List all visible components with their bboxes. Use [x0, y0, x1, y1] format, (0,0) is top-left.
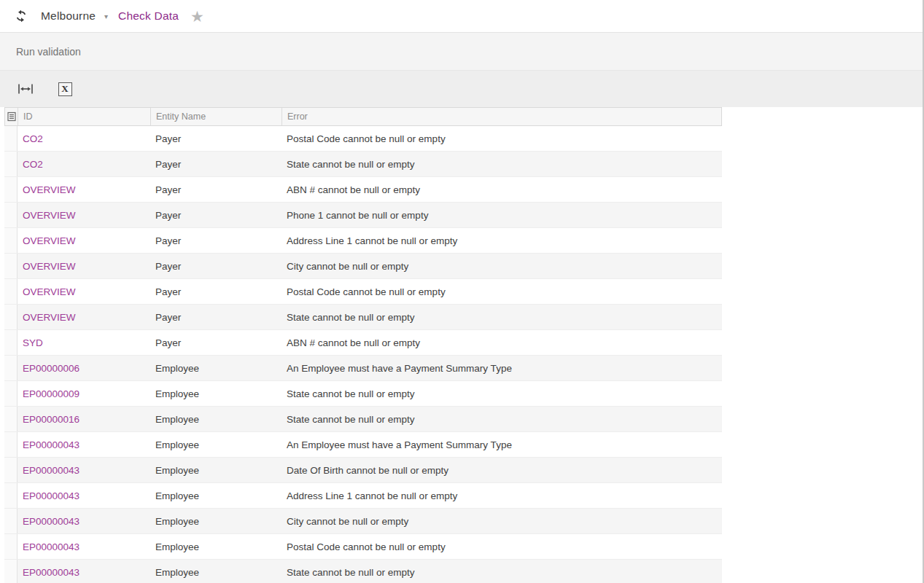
column-config-icon[interactable] [5, 108, 18, 125]
row-id-link[interactable]: CO2 [23, 133, 43, 144]
cell-entity-name: Payer [150, 279, 282, 304]
cell-error: State cannot be null or empty [282, 560, 722, 583]
row-selector-cell[interactable] [4, 432, 18, 457]
row-selector-cell[interactable] [4, 407, 18, 431]
cell-entity-name: Employee [150, 534, 282, 559]
row-selector-cell[interactable] [4, 560, 18, 583]
row-selector-cell[interactable] [4, 279, 18, 304]
row-selector-cell[interactable] [4, 330, 18, 355]
cell-id: EP00000043 [18, 560, 150, 583]
row-id-link[interactable]: OVERVIEW [23, 312, 76, 323]
cell-entity-name: Employee [150, 356, 282, 380]
fit-to-width-icon[interactable] [16, 79, 35, 98]
row-selector-cell[interactable] [4, 381, 18, 406]
row-id-link[interactable]: EP00000009 [23, 388, 79, 399]
row-selector-cell[interactable] [4, 458, 18, 482]
company-name[interactable]: Melbourne [41, 9, 96, 23]
row-id-link[interactable]: SYD [23, 337, 43, 348]
row-id-link[interactable]: EP00000043 [23, 567, 79, 578]
row-id-link[interactable]: OVERVIEW [23, 235, 76, 246]
cell-entity-name: Employee [150, 381, 282, 406]
table-row: EP00000043EmployeeAn Employee must have … [4, 432, 722, 458]
row-id-link[interactable]: EP00000043 [23, 490, 79, 501]
run-validation-button[interactable]: Run validation [16, 46, 81, 58]
cell-entity-name: Payer [150, 126, 282, 151]
column-header-error[interactable]: Error [282, 108, 721, 125]
row-selector-cell[interactable] [4, 228, 18, 253]
table-row: EP00000006EmployeeAn Employee must have … [4, 356, 722, 381]
table-row: OVERVIEWPayerABN # cannot be null or emp… [4, 177, 722, 203]
cell-error: Phone 1 cannot be null or empty [282, 203, 722, 227]
cell-error: Date Of Birth cannot be null or empty [282, 458, 722, 482]
cell-id: CO2 [18, 126, 150, 151]
row-selector-cell[interactable] [4, 254, 18, 278]
cell-entity-name: Employee [150, 432, 282, 457]
row-id-link[interactable]: OVERVIEW [23, 184, 76, 195]
row-id-link[interactable]: CO2 [23, 159, 43, 170]
table-row: OVERVIEWPayerPostal Code cannot be null … [4, 279, 722, 305]
cell-error: City cannot be null or empty [282, 509, 722, 533]
row-selector-cell[interactable] [4, 126, 18, 151]
cell-entity-name: Employee [150, 509, 282, 533]
cell-id: EP00000043 [18, 483, 150, 508]
cell-id: OVERVIEW [18, 254, 150, 278]
row-id-link[interactable]: EP00000043 [23, 541, 79, 552]
cell-entity-name: Employee [150, 483, 282, 508]
export-to-excel-icon[interactable]: X [55, 79, 74, 98]
row-id-link[interactable]: EP00000043 [23, 465, 79, 476]
table-header-row: ID Entity Name Error [4, 107, 722, 126]
row-id-link[interactable]: EP00000043 [23, 516, 79, 527]
column-header-entity-name[interactable]: Entity Name [151, 108, 282, 125]
cell-error: State cannot be null or empty [282, 381, 722, 406]
cell-id: OVERVIEW [18, 305, 150, 329]
table-row: EP00000043EmployeePostal Code cannot be … [4, 534, 722, 560]
row-selector-cell[interactable] [4, 203, 18, 227]
validation-results-table: ID Entity Name Error CO2PayerPostal Code… [4, 107, 722, 583]
cell-error: State cannot be null or empty [282, 407, 722, 431]
title-bar: Melbourne ▾ Check Data ★ [0, 0, 923, 33]
row-selector-cell[interactable] [4, 534, 18, 559]
table-row: SYDPayerABN # cannot be null or empty [4, 330, 722, 356]
cell-entity-name: Payer [150, 228, 282, 253]
row-selector-cell[interactable] [4, 152, 18, 176]
cell-error: Postal Code cannot be null or empty [282, 534, 722, 559]
row-selector-cell[interactable] [4, 509, 18, 533]
row-id-link[interactable]: EP00000016 [23, 414, 79, 425]
cell-error: Postal Code cannot be null or empty [282, 126, 722, 151]
table-row: EP00000043EmployeeState cannot be null o… [4, 560, 722, 583]
check-data-screen: { "header": { "company": "Melbourne", "s… [0, 0, 924, 583]
table-row: OVERVIEWPayerAddress Line 1 cannot be nu… [4, 228, 722, 254]
cell-id: EP00000009 [18, 381, 150, 406]
cell-error: Address Line 1 cannot be null or empty [282, 228, 722, 253]
favorite-star-icon[interactable]: ★ [190, 9, 204, 24]
row-selector-cell[interactable] [4, 305, 18, 329]
cell-id: CO2 [18, 152, 150, 176]
row-id-link[interactable]: OVERVIEW [23, 210, 76, 221]
table-row: EP00000016EmployeeState cannot be null o… [4, 407, 722, 432]
cell-error: State cannot be null or empty [282, 152, 722, 176]
row-selector-cell[interactable] [4, 356, 18, 380]
grid-toolbar: X [0, 71, 923, 107]
row-id-link[interactable]: OVERVIEW [23, 261, 76, 272]
column-header-id[interactable]: ID [18, 108, 151, 125]
chevron-down-icon[interactable]: ▾ [104, 12, 108, 20]
cell-id: OVERVIEW [18, 203, 150, 227]
cell-entity-name: Payer [150, 152, 282, 176]
cell-entity-name: Payer [150, 177, 282, 202]
row-id-link[interactable]: EP00000043 [23, 439, 79, 450]
cell-id: EP00000043 [18, 458, 150, 482]
table-row: OVERVIEWPayerPhone 1 cannot be null or e… [4, 203, 722, 228]
action-bar: Run validation [0, 33, 923, 71]
table-row: OVERVIEWPayerCity cannot be null or empt… [4, 254, 722, 279]
row-selector-cell[interactable] [4, 483, 18, 508]
row-selector-cell[interactable] [4, 177, 18, 202]
row-id-link[interactable]: OVERVIEW [23, 286, 76, 297]
table-row: CO2PayerState cannot be null or empty [4, 152, 722, 177]
cell-entity-name: Payer [150, 330, 282, 355]
cell-id: EP00000043 [18, 432, 150, 457]
row-id-link[interactable]: EP00000006 [23, 363, 79, 374]
cell-error: ABN # cannot be null or empty [282, 330, 722, 355]
cell-error: Address Line 1 cannot be null or empty [282, 483, 722, 508]
refresh-icon[interactable] [13, 8, 29, 24]
cell-id: EP00000016 [18, 407, 150, 431]
